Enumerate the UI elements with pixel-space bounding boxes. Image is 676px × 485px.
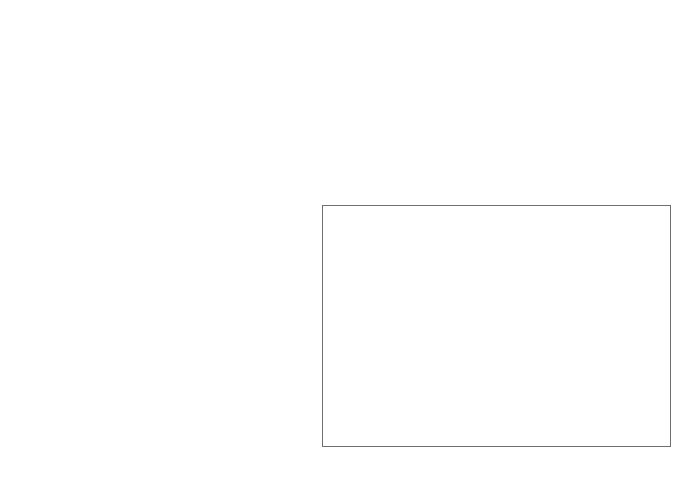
chart-y-axis-title: [299, 310, 309, 340]
call-detail-report-page: [0, 0, 676, 485]
calls-per-day-bar-chart: [0, 0, 676, 485]
chart-plot-area: [322, 205, 671, 447]
